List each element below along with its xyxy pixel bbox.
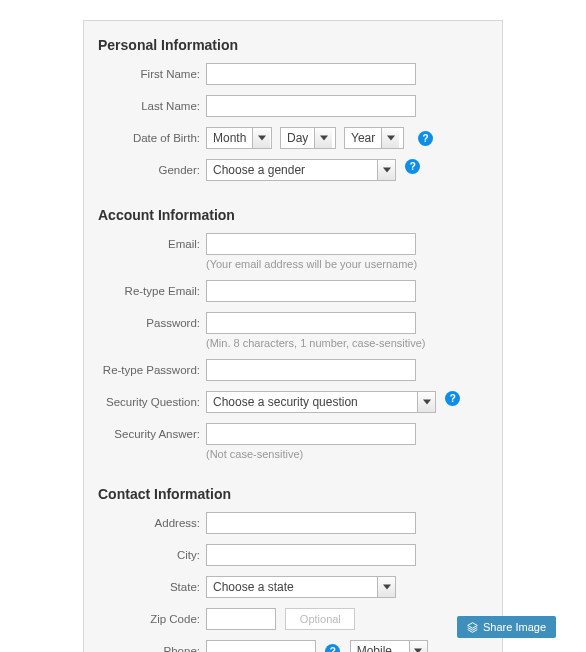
dob-year-value: Year [351, 131, 375, 145]
dob-day-select[interactable]: Day [280, 127, 336, 149]
gender-select[interactable]: Choose a gender [206, 159, 396, 181]
chevron-down-icon [314, 128, 332, 148]
retype-email-label: Re-type Email: [98, 280, 206, 302]
sa-hint: (Not case-sensitive) [206, 448, 488, 460]
city-input[interactable] [206, 544, 416, 566]
row-security-answer: Security Answer: (Not case-sensitive) [98, 423, 488, 460]
chevron-down-icon [377, 160, 395, 180]
row-gender: Gender: Choose a gender ? [98, 159, 488, 181]
form-panel: Personal Information First Name: Last Na… [83, 20, 503, 652]
contact-title: Contact Information [98, 486, 488, 502]
dob-label: Date of Birth: [98, 127, 206, 149]
account-title: Account Information [98, 207, 488, 223]
help-icon[interactable]: ? [418, 131, 433, 146]
city-label: City: [98, 544, 206, 566]
last-name-input[interactable] [206, 95, 416, 117]
share-image-button[interactable]: Share Image [457, 616, 556, 638]
row-security-question: Security Question: Choose a security que… [98, 391, 488, 413]
gender-value: Choose a gender [213, 163, 305, 177]
zip-optional-box: Optional [285, 608, 355, 630]
chevron-down-icon [409, 641, 427, 652]
row-state: State: Choose a state [98, 576, 488, 598]
personal-title: Personal Information [98, 37, 488, 53]
chevron-down-icon [381, 128, 399, 148]
share-label: Share Image [483, 621, 546, 633]
dob-month-select[interactable]: Month [206, 127, 272, 149]
phone-input[interactable] [206, 640, 316, 652]
chevron-down-icon [377, 577, 395, 597]
sq-value: Choose a security question [213, 395, 358, 409]
retype-password-label: Re-type Password: [98, 359, 206, 381]
row-zip: Zip Code: Optional [98, 608, 488, 630]
security-answer-input[interactable] [206, 423, 416, 445]
zip-label: Zip Code: [98, 608, 206, 630]
state-select[interactable]: Choose a state [206, 576, 396, 598]
row-city: City: [98, 544, 488, 566]
row-phone: Phone: ? Mobile No spaces or dashes [98, 640, 488, 652]
row-dob: Date of Birth: Month Day Year ? [98, 127, 488, 149]
section-account: Account Information Email: (Your email a… [98, 207, 488, 460]
first-name-input[interactable] [206, 63, 416, 85]
chevron-down-icon [252, 128, 270, 148]
dob-year-select[interactable]: Year [344, 127, 404, 149]
sa-label: Security Answer: [98, 423, 206, 445]
chevron-down-icon [417, 392, 435, 412]
gender-label: Gender: [98, 159, 206, 181]
state-label: State: [98, 576, 206, 598]
address-label: Address: [98, 512, 206, 534]
first-name-label: First Name: [98, 63, 206, 85]
phone-type-value: Mobile [357, 644, 392, 652]
help-icon[interactable]: ? [325, 644, 340, 652]
address-input[interactable] [206, 512, 416, 534]
retype-email-input[interactable] [206, 280, 416, 302]
help-icon[interactable]: ? [405, 159, 420, 174]
row-retype-password: Re-type Password: [98, 359, 488, 381]
help-icon[interactable]: ? [445, 391, 460, 406]
layers-icon [467, 622, 478, 633]
row-address: Address: [98, 512, 488, 534]
password-hint: (Min. 8 characters, 1 number, case-sensi… [206, 337, 488, 349]
dob-day-value: Day [287, 131, 308, 145]
section-contact: Contact Information Address: City: State… [98, 486, 488, 652]
email-hint: (Your email address will be your usernam… [206, 258, 488, 270]
row-first-name: First Name: [98, 63, 488, 85]
row-last-name: Last Name: [98, 95, 488, 117]
phone-type-select[interactable]: Mobile [350, 640, 428, 652]
password-input[interactable] [206, 312, 416, 334]
zip-input[interactable] [206, 608, 276, 630]
phone-label: Phone: [98, 640, 206, 652]
dob-month-value: Month [213, 131, 246, 145]
row-password: Password: (Min. 8 characters, 1 number, … [98, 312, 488, 349]
row-retype-email: Re-type Email: [98, 280, 488, 302]
sq-label: Security Question: [98, 391, 206, 413]
state-value: Choose a state [213, 580, 294, 594]
last-name-label: Last Name: [98, 95, 206, 117]
password-label: Password: [98, 312, 206, 334]
security-question-select[interactable]: Choose a security question [206, 391, 436, 413]
email-label: Email: [98, 233, 206, 255]
retype-password-input[interactable] [206, 359, 416, 381]
row-email: Email: (Your email address will be your … [98, 233, 488, 270]
section-personal: Personal Information First Name: Last Na… [98, 37, 488, 181]
email-input[interactable] [206, 233, 416, 255]
